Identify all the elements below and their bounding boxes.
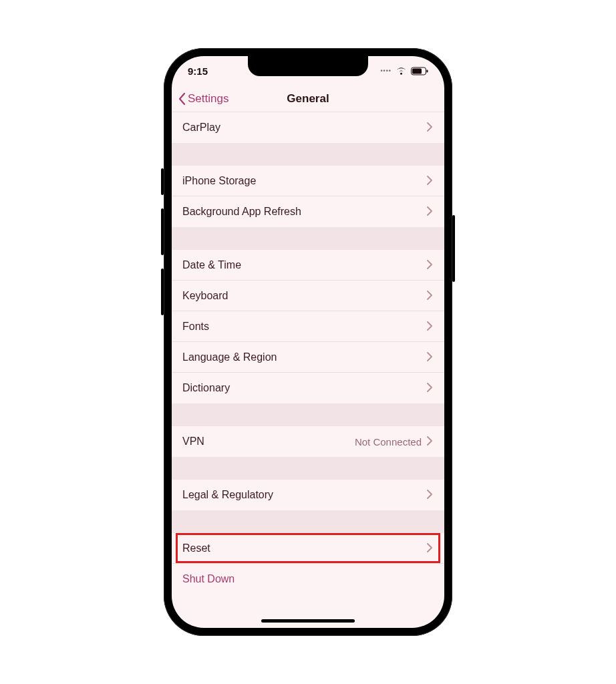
battery-icon — [411, 67, 428, 75]
group-reset: Reset Shut Down — [172, 533, 444, 594]
row-label: Reset — [182, 542, 427, 554]
chevron-right-icon — [427, 206, 434, 217]
row-date-time[interactable]: Date & Time — [172, 250, 444, 281]
phone-frame: 9:15 •••• Settings General — [164, 48, 452, 636]
back-button[interactable]: Settings — [178, 86, 228, 112]
chevron-right-icon — [427, 291, 434, 301]
row-label: Fonts — [182, 321, 427, 333]
row-language-region[interactable]: Language & Region — [172, 342, 444, 373]
group-legal: Legal & Regulatory — [172, 480, 444, 510]
row-label: Date & Time — [182, 259, 427, 271]
stage: 9:15 •••• Settings General — [0, 0, 616, 684]
row-carplay[interactable]: CarPlay — [172, 112, 444, 143]
row-keyboard[interactable]: Keyboard — [172, 281, 444, 311]
row-label: Dictionary — [182, 382, 427, 394]
row-label: VPN — [182, 436, 355, 448]
row-label: Language & Region — [182, 351, 427, 363]
group-vpn: VPN Not Connected — [172, 426, 444, 457]
row-background-app-refresh[interactable]: Background App Refresh — [172, 196, 444, 227]
row-value: Not Connected — [355, 436, 422, 448]
row-label: iPhone Storage — [182, 175, 427, 187]
section-gap — [172, 403, 444, 426]
mute-switch — [161, 168, 164, 195]
row-vpn[interactable]: VPN Not Connected — [172, 426, 444, 457]
row-fonts[interactable]: Fonts — [172, 311, 444, 342]
home-indicator[interactable] — [261, 619, 355, 623]
group-region: Date & Time Keyboard Fonts Language & Re… — [172, 250, 444, 403]
wifi-icon — [396, 67, 407, 75]
svg-rect-1 — [412, 68, 422, 73]
row-reset[interactable]: Reset — [172, 533, 444, 564]
chevron-right-icon — [427, 383, 434, 393]
notch — [248, 56, 368, 76]
group-carplay: CarPlay — [172, 112, 444, 143]
section-gap — [172, 143, 444, 166]
section-gap — [172, 227, 444, 250]
row-dictionary[interactable]: Dictionary — [172, 373, 444, 403]
volume-up-button — [161, 208, 164, 255]
chevron-right-icon — [427, 436, 434, 447]
row-label: CarPlay — [182, 122, 427, 134]
chevron-right-icon — [427, 352, 434, 363]
page-title: General — [287, 92, 329, 106]
chevron-right-icon — [427, 543, 434, 554]
cellular-dots-icon: •••• — [380, 67, 392, 74]
svg-rect-2 — [427, 69, 428, 72]
row-label: Shut Down — [182, 573, 434, 585]
side-button — [452, 215, 455, 282]
status-right: •••• — [380, 67, 428, 75]
chevron-right-icon — [427, 260, 434, 271]
chevron-right-icon — [427, 176, 434, 186]
status-time: 9:15 — [188, 65, 208, 77]
row-label: Keyboard — [182, 290, 427, 302]
row-legal-regulatory[interactable]: Legal & Regulatory — [172, 480, 444, 510]
back-label: Settings — [188, 92, 228, 106]
settings-list[interactable]: CarPlay iPhone Storage Background App Re… — [172, 112, 444, 594]
screen: 9:15 •••• Settings General — [172, 56, 444, 628]
section-gap — [172, 457, 444, 480]
section-gap — [172, 510, 444, 533]
chevron-right-icon — [427, 490, 434, 500]
group-storage: iPhone Storage Background App Refresh — [172, 166, 444, 227]
volume-down-button — [161, 269, 164, 315]
row-iphone-storage[interactable]: iPhone Storage — [172, 166, 444, 196]
row-label: Legal & Regulatory — [182, 489, 427, 501]
row-shut-down[interactable]: Shut Down — [172, 564, 444, 594]
chevron-right-icon — [427, 122, 434, 133]
chevron-right-icon — [427, 321, 434, 332]
row-label: Background App Refresh — [182, 206, 427, 218]
nav-bar: Settings General — [172, 86, 444, 112]
